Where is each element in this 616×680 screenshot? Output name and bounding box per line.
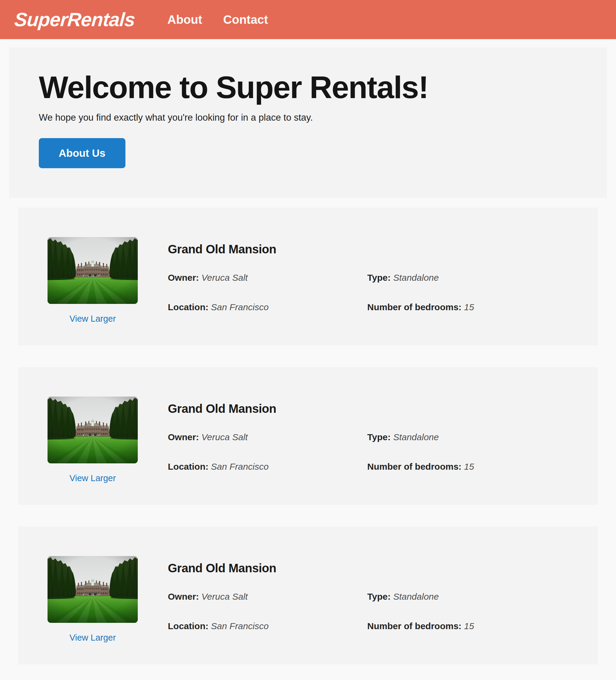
nav-links: About Contact — [168, 13, 268, 26]
main-content: Welcome to Super Rentals! We hope you fi… — [0, 48, 616, 664]
owner-detail: Owner: Veruca Salt — [168, 272, 367, 283]
rental-title: Grand Old Mansion — [168, 402, 586, 416]
type-value: Standalone — [393, 273, 439, 283]
rental-photo[interactable] — [48, 556, 138, 623]
rental-image-column: View Larger — [48, 397, 138, 483]
owner-detail: Owner: Veruca Salt — [168, 432, 367, 443]
rental-details-grid: Owner: Veruca Salt Type: Standalone Loca… — [168, 432, 586, 472]
location-detail: Location: San Francisco — [168, 461, 367, 472]
nav-link-contact[interactable]: Contact — [223, 13, 268, 26]
type-detail: Type: Standalone — [367, 591, 586, 602]
rental-photo[interactable] — [48, 237, 138, 304]
view-larger-link[interactable]: View Larger — [48, 314, 138, 324]
type-value: Standalone — [393, 432, 439, 442]
type-label: Type: — [367, 273, 391, 283]
rental-details-grid: Owner: Veruca Salt Type: Standalone Loca… — [168, 272, 586, 313]
view-larger-link[interactable]: View Larger — [48, 633, 138, 643]
type-detail: Type: Standalone — [367, 432, 586, 443]
page-subtitle: We hope you find exactly what you're loo… — [39, 112, 577, 123]
owner-label: Owner: — [168, 432, 199, 442]
owner-label: Owner: — [168, 273, 199, 283]
page-title: Welcome to Super Rentals! — [39, 71, 577, 104]
bedrooms-label: Number of bedrooms: — [367, 302, 461, 312]
owner-value: Veruca Salt — [202, 592, 248, 601]
rental-card: View Larger Grand Old Mansion Owner: Ver… — [18, 527, 598, 664]
bedrooms-value: 15 — [464, 461, 474, 472]
rentals-list: View Larger Grand Old Mansion Owner: Ver… — [0, 208, 616, 664]
type-label: Type: — [367, 592, 391, 601]
type-value: Standalone — [393, 592, 439, 601]
view-larger-link[interactable]: View Larger — [48, 473, 138, 483]
rental-title: Grand Old Mansion — [168, 243, 586, 256]
owner-value: Veruca Salt — [202, 432, 248, 442]
rental-details-column: Grand Old Mansion Owner: Veruca Salt Typ… — [168, 237, 598, 313]
rental-details-column: Grand Old Mansion Owner: Veruca Salt Typ… — [168, 397, 598, 472]
bedrooms-detail: Number of bedrooms: 15 — [367, 621, 586, 631]
rental-card: View Larger Grand Old Mansion Owner: Ver… — [18, 367, 598, 505]
type-label: Type: — [367, 432, 391, 442]
location-value: San Francisco — [211, 302, 269, 312]
location-label: Location: — [168, 302, 208, 312]
rental-photo[interactable] — [48, 397, 138, 463]
type-detail: Type: Standalone — [367, 272, 586, 283]
rental-details-column: Grand Old Mansion Owner: Veruca Salt Typ… — [168, 556, 598, 631]
nav-link-about[interactable]: About — [168, 13, 202, 26]
location-value: San Francisco — [211, 621, 269, 631]
location-value: San Francisco — [211, 461, 269, 472]
location-detail: Location: San Francisco — [168, 302, 367, 313]
location-label: Location: — [168, 461, 208, 472]
navbar: SuperRentals About Contact — [0, 0, 616, 39]
owner-detail: Owner: Veruca Salt — [168, 591, 367, 602]
rental-card: View Larger Grand Old Mansion Owner: Ver… — [18, 208, 598, 345]
bedrooms-detail: Number of bedrooms: 15 — [367, 302, 586, 313]
bedrooms-label: Number of bedrooms: — [367, 621, 461, 631]
rental-image-column: View Larger — [48, 237, 138, 324]
about-us-button[interactable]: About Us — [39, 138, 125, 168]
bedrooms-value: 15 — [464, 302, 474, 312]
logo-link[interactable]: SuperRentals — [13, 8, 136, 31]
bedrooms-label: Number of bedrooms: — [367, 461, 461, 472]
rental-image-column: View Larger — [48, 556, 138, 643]
location-label: Location: — [168, 621, 208, 631]
jumbotron: Welcome to Super Rentals! We hope you fi… — [9, 48, 607, 198]
rental-details-grid: Owner: Veruca Salt Type: Standalone Loca… — [168, 591, 586, 631]
location-detail: Location: San Francisco — [168, 621, 367, 631]
bedrooms-value: 15 — [464, 621, 474, 631]
rental-title: Grand Old Mansion — [168, 562, 586, 575]
bedrooms-detail: Number of bedrooms: 15 — [367, 461, 586, 472]
owner-value: Veruca Salt — [202, 273, 248, 283]
owner-label: Owner: — [168, 592, 199, 601]
